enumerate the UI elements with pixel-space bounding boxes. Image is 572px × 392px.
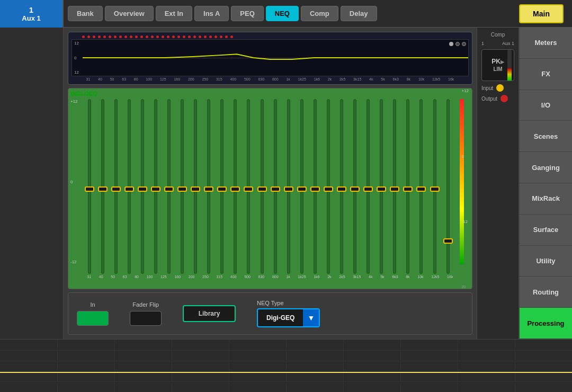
- geq-slider-handle[interactable]: [230, 186, 240, 192]
- red-dot: [199, 35, 201, 38]
- comp-panel: Comp 1 Aux 1 PK▶ LIM Input Output: [477, 28, 519, 339]
- geq-slider-handle[interactable]: [363, 186, 373, 192]
- fader-flip-toggle[interactable]: [130, 311, 162, 326]
- comp-channel: 1: [481, 41, 484, 46]
- red-dot: [167, 35, 169, 38]
- geq-slider-track[interactable]: [88, 99, 91, 274]
- geq-slider-track[interactable]: [314, 99, 317, 274]
- geq-slider-handle[interactable]: [204, 186, 213, 192]
- geq-slider-track[interactable]: [114, 99, 118, 274]
- neq-type-select[interactable]: Digi-GEQ ▼: [257, 308, 320, 327]
- geq-slider-track[interactable]: [327, 99, 330, 274]
- red-dot: [119, 35, 122, 38]
- geq-slider-track[interactable]: [380, 99, 383, 274]
- grid-line-v: [286, 340, 287, 392]
- main-button[interactable]: Main: [519, 4, 564, 23]
- geq-slider-handle[interactable]: [284, 186, 293, 192]
- sidebar-btn-meters[interactable]: Meters: [520, 28, 572, 59]
- geq-slider-track[interactable]: [393, 99, 396, 274]
- sidebar-btn-ganging[interactable]: Ganging: [520, 152, 572, 183]
- geq-slider-track[interactable]: [340, 99, 343, 274]
- geq-slider-track[interactable]: [353, 99, 356, 274]
- library-button[interactable]: Library: [183, 305, 236, 322]
- right-sidebar: Meters FX I/O Scenes Ganging MixRack Sur…: [519, 28, 572, 339]
- tab-comp[interactable]: Comp: [301, 6, 338, 21]
- sidebar-btn-scenes[interactable]: Scenes: [520, 121, 572, 152]
- geq-slider-track[interactable]: [220, 99, 224, 274]
- geq-slider-track[interactable]: [419, 99, 423, 274]
- geq-slider-handle[interactable]: [177, 186, 187, 192]
- in-toggle[interactable]: [77, 311, 109, 326]
- geq-slider-track[interactable]: [247, 99, 250, 274]
- tab-neq[interactable]: NEQ: [266, 6, 299, 21]
- tab-ext-in[interactable]: Ext In: [156, 6, 192, 21]
- geq-slider-track[interactable]: [128, 99, 131, 274]
- geq-slider-track[interactable]: [194, 99, 197, 274]
- geq-slider-track[interactable]: [207, 99, 210, 274]
- geq-slider-track[interactable]: [433, 99, 436, 274]
- radio-dot-3[interactable]: [462, 42, 466, 46]
- geq-slider-handle[interactable]: [111, 186, 121, 192]
- geq-slider-handle[interactable]: [244, 186, 253, 192]
- sidebar-btn-fx[interactable]: FX: [520, 59, 572, 90]
- geq-slider-handle[interactable]: [257, 186, 267, 192]
- geq-slider-handle[interactable]: [85, 186, 94, 192]
- radio-dot-1[interactable]: [449, 42, 453, 46]
- geq-slider-handle[interactable]: [430, 186, 440, 192]
- geq-slider-handle[interactable]: [403, 186, 413, 192]
- geq-slider-handle[interactable]: [297, 186, 307, 192]
- red-dot: [177, 35, 180, 38]
- geq-slider-handle[interactable]: [324, 186, 333, 192]
- geq-slider-handle[interactable]: [310, 186, 320, 192]
- geq-slider-track[interactable]: [181, 99, 184, 274]
- comp-display[interactable]: PK▶ LIM: [481, 49, 514, 81]
- geq-slider-handle[interactable]: [390, 186, 399, 192]
- sidebar-btn-io[interactable]: I/O: [520, 90, 572, 121]
- output-label: Output: [481, 96, 497, 102]
- geq-slider-handle[interactable]: [124, 186, 134, 192]
- geq-slider-handle[interactable]: [377, 186, 386, 192]
- sidebar-btn-processing[interactable]: Processing: [520, 308, 572, 339]
- neq-type-dropdown-arrow[interactable]: ▼: [303, 309, 319, 326]
- tab-overview[interactable]: Overview: [105, 6, 154, 21]
- geq-slider-track[interactable]: [406, 99, 409, 274]
- geq-slider-track[interactable]: [367, 99, 370, 274]
- output-dot: [501, 95, 508, 102]
- geq-slider-track[interactable]: [446, 99, 450, 274]
- tab-bank[interactable]: Bank: [68, 6, 103, 21]
- geq-slider-track[interactable]: [101, 99, 104, 274]
- red-dot: [135, 35, 138, 38]
- red-dot: [82, 35, 85, 38]
- geq-slider-handle[interactable]: [151, 186, 160, 192]
- geq-slider-track[interactable]: [274, 99, 277, 274]
- geq-slider-track[interactable]: [261, 99, 264, 274]
- geq-slider-handle[interactable]: [138, 186, 147, 192]
- geq-slider-track[interactable]: [234, 99, 237, 274]
- grid-line-v: [343, 340, 344, 392]
- red-dot: [114, 35, 117, 38]
- geq-slider-col: [110, 99, 122, 274]
- sidebar-btn-routing[interactable]: Routing: [520, 277, 572, 308]
- geq-slider-handle[interactable]: [98, 186, 108, 192]
- geq-slider-handle[interactable]: [164, 186, 174, 192]
- tab-delay[interactable]: Delay: [341, 6, 377, 21]
- geq-slider-track[interactable]: [141, 99, 144, 274]
- geq-slider-track[interactable]: [300, 99, 303, 274]
- geq-slider-handle[interactable]: [350, 186, 360, 192]
- sidebar-btn-surface[interactable]: Surface: [520, 215, 572, 246]
- tab-peq[interactable]: PEQ: [231, 6, 263, 21]
- red-dot: [93, 35, 95, 38]
- tab-ins-a[interactable]: Ins A: [194, 6, 229, 21]
- geq-slider-handle[interactable]: [337, 186, 346, 192]
- radio-dot-2[interactable]: [455, 42, 460, 46]
- geq-slider-handle[interactable]: [416, 186, 426, 192]
- geq-slider-handle[interactable]: [191, 186, 200, 192]
- geq-slider-handle[interactable]: [271, 186, 280, 192]
- sidebar-btn-mixrack[interactable]: MixRack: [520, 183, 572, 215]
- geq-slider-track[interactable]: [167, 99, 171, 274]
- geq-slider-track[interactable]: [287, 99, 290, 274]
- sidebar-btn-utility[interactable]: Utility: [520, 246, 572, 277]
- geq-slider-handle[interactable]: [217, 186, 227, 192]
- geq-slider-track[interactable]: [154, 99, 157, 274]
- geq-slider-handle[interactable]: [443, 238, 453, 244]
